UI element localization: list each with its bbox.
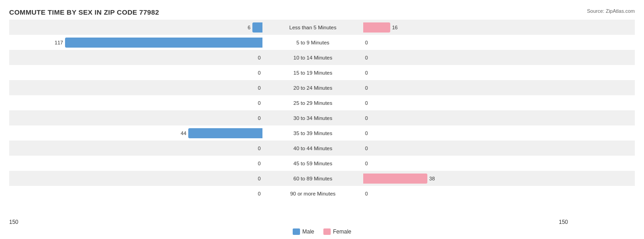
value-male: 44	[181, 130, 186, 136]
value-female: 0	[365, 100, 368, 106]
value-male: 0	[258, 100, 261, 106]
bar-row: 090 or more Minutes0	[9, 186, 635, 201]
right-section: 0	[363, 35, 617, 50]
value-male: 0	[258, 85, 261, 91]
bar-row: 030 to 34 Minutes0	[9, 110, 635, 125]
center-label: 5 to 9 Minutes	[262, 40, 363, 45]
bar-row: 1175 to 9 Minutes0	[9, 35, 635, 50]
right-section: 0	[363, 141, 617, 156]
bar-row: 045 to 59 Minutes0	[9, 156, 635, 171]
center-label: 60 to 89 Minutes	[262, 176, 363, 181]
left-section: 0	[9, 110, 262, 125]
axis-right: 150	[339, 219, 568, 225]
value-female: 0	[365, 70, 368, 76]
value-male: 6	[248, 25, 251, 30]
value-male: 0	[258, 176, 261, 181]
value-male: 0	[258, 146, 261, 151]
bar-row: 040 to 44 Minutes0	[9, 141, 635, 156]
right-section: 0	[363, 110, 617, 125]
right-section: 0	[363, 125, 617, 141]
center-label: 35 to 39 Minutes	[262, 130, 363, 136]
value-male: 117	[55, 40, 63, 45]
axis-left: 150	[9, 219, 238, 225]
left-section: 0	[9, 80, 262, 95]
value-female: 0	[365, 191, 368, 196]
bar-row: 010 to 14 Minutes0	[9, 50, 635, 65]
axis-right-value: 150	[559, 219, 568, 225]
center-label: 15 to 19 Minutes	[262, 70, 363, 76]
value-female: 0	[365, 55, 368, 60]
left-section: 0	[9, 95, 262, 110]
left-section: 6	[9, 20, 262, 35]
bar-male	[65, 38, 262, 48]
value-male: 0	[258, 55, 261, 60]
value-female: 0	[365, 130, 368, 136]
right-section: 0	[363, 80, 617, 95]
bar-row: 020 to 24 Minutes0	[9, 80, 635, 95]
bar-row: 6Less than 5 Minutes16	[9, 20, 635, 35]
chart-area: 6Less than 5 Minutes161175 to 9 Minutes0…	[9, 20, 635, 217]
axis-left-value: 150	[9, 219, 18, 225]
center-label: 90 or more Minutes	[262, 191, 363, 196]
right-section: 0	[363, 50, 617, 65]
right-section: 0	[363, 156, 617, 171]
left-section: 0	[9, 171, 262, 186]
center-label: 45 to 59 Minutes	[262, 161, 363, 166]
left-section: 117	[9, 35, 262, 50]
center-label: 10 to 14 Minutes	[262, 55, 363, 60]
chart-container: COMMUTE TIME BY SEX IN ZIP CODE 77982 So…	[0, 0, 644, 239]
legend-female-box	[323, 228, 331, 235]
bar-female	[363, 174, 427, 184]
bar-row: 015 to 19 Minutes0	[9, 65, 635, 80]
left-section: 0	[9, 141, 262, 156]
bar-row: 025 to 29 Minutes0	[9, 95, 635, 110]
legend-row: Male Female	[9, 228, 635, 235]
legend-male-label: Male	[302, 228, 314, 235]
right-section: 38	[363, 171, 617, 186]
value-female: 0	[365, 115, 368, 121]
right-section: 0	[363, 65, 617, 80]
right-section: 0	[363, 186, 617, 201]
left-section: 44	[9, 125, 262, 141]
legend-male-box	[293, 228, 300, 235]
legend-female-label: Female	[333, 228, 351, 235]
value-female: 16	[392, 25, 398, 30]
value-female: 0	[365, 85, 368, 91]
left-section: 0	[9, 65, 262, 80]
value-male: 0	[258, 115, 261, 121]
center-label: 40 to 44 Minutes	[262, 146, 363, 151]
value-female: 0	[365, 40, 368, 45]
center-label: 20 to 24 Minutes	[262, 85, 363, 91]
bar-male	[188, 128, 262, 138]
source-label: Source: ZipAtlas.com	[587, 8, 635, 14]
left-section: 0	[9, 50, 262, 65]
value-female: 0	[365, 161, 368, 166]
chart-title: COMMUTE TIME BY SEX IN ZIP CODE 77982	[9, 8, 635, 16]
value-male: 0	[258, 70, 261, 76]
bar-row: 4435 to 39 Minutes0	[9, 125, 635, 141]
center-label: 30 to 34 Minutes	[262, 115, 363, 121]
left-section: 0	[9, 156, 262, 171]
bar-female	[363, 22, 390, 33]
value-female: 38	[429, 176, 435, 181]
axis-row: 150 150	[9, 217, 635, 227]
legend-male: Male	[293, 228, 314, 235]
value-male: 0	[258, 161, 261, 166]
center-label: Less than 5 Minutes	[262, 25, 363, 30]
right-section: 0	[363, 95, 617, 110]
value-female: 0	[365, 146, 368, 151]
right-section: 16	[363, 20, 617, 35]
center-label: 25 to 29 Minutes	[262, 100, 363, 106]
bar-row: 060 to 89 Minutes38	[9, 171, 635, 186]
bar-male	[252, 22, 262, 33]
legend-female: Female	[323, 228, 351, 235]
left-section: 0	[9, 186, 262, 201]
value-male: 0	[258, 191, 261, 196]
